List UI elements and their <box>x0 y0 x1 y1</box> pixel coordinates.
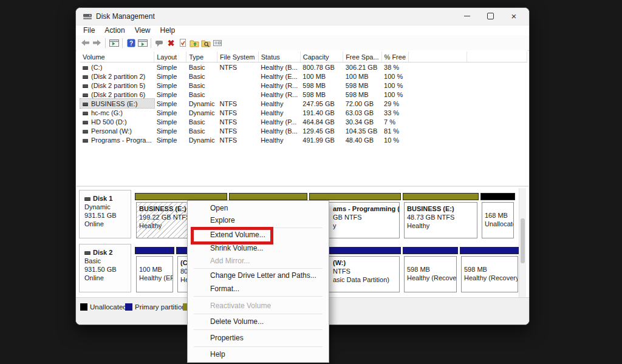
toolbar-separator <box>151 38 151 48</box>
col-freespace[interactable]: Free Spa... <box>343 52 381 62</box>
table-row-selected[interactable]: BUSINESS (E:) Simple Dynamic NTFS Health… <box>80 99 527 108</box>
table-header-row: Volume Layout Type File System Status Ca… <box>80 52 527 62</box>
menu-item-properties[interactable]: Properties <box>188 332 328 344</box>
toolbar: ? ✖ <box>76 35 529 51</box>
disk2-segment-recovery2[interactable]: 598 MB Healthy (Recovery) <box>460 244 519 294</box>
delete-x-icon[interactable]: ✖ <box>165 38 177 49</box>
disk1-label-panel[interactable]: Disk 1 Dynamic 931.51 GB Online <box>79 190 131 238</box>
toolbar-separator <box>122 38 123 48</box>
menu-separator <box>194 296 323 297</box>
volume-icon <box>83 139 88 143</box>
simple-volume-bar <box>135 193 227 200</box>
minimize-icon <box>464 16 470 16</box>
menu-item-change-drive-letter[interactable]: Change Drive Letter and Paths... <box>188 269 328 281</box>
disk1-segment-business-48[interactable]: BUSINESS (E:) 48.73 GB NTFS Healthy <box>403 190 479 240</box>
col-empty <box>409 52 467 62</box>
disk1-size: 931.51 GB <box>84 211 131 220</box>
col-status[interactable]: Status <box>258 52 300 62</box>
console-tree-icon[interactable] <box>108 38 120 49</box>
close-button[interactable]: × <box>502 8 525 24</box>
menu-separator <box>194 314 323 314</box>
simple-volume-bar <box>403 193 479 200</box>
menu-item-open[interactable]: Open <box>188 202 328 214</box>
menu-item-help[interactable]: Help <box>188 348 328 360</box>
titlebar[interactable]: Disk Management × <box>76 8 529 25</box>
legend-primary-swatch <box>125 303 132 311</box>
legend-unallocated-swatch <box>80 303 87 311</box>
annotation-red-box <box>191 227 273 244</box>
help-icon[interactable]: ? <box>125 38 137 49</box>
table-row[interactable]: (C:) Simple Basic NTFS Healthy (B... 800… <box>80 62 527 72</box>
col-layout[interactable]: Layout <box>154 52 186 62</box>
volume-icon <box>83 84 88 88</box>
menu-item-reactivate-volume: Reactivate Volume <box>188 300 328 312</box>
table-row[interactable]: HD 500 (D:) Simple Basic NTFS Healthy (P… <box>80 117 527 126</box>
menu-item-add-mirror: Add Mirror... <box>188 255 328 267</box>
desktop-background: Disk Management × File Action View Help <box>0 0 622 364</box>
table-row[interactable]: hc-mc (G:) Simple Dynamic NTFS Healthy 1… <box>80 108 527 117</box>
table-row[interactable]: Programs - Progra... Simple Dynamic NTFS… <box>80 135 527 144</box>
minimize-button[interactable] <box>456 8 479 24</box>
forward-icon[interactable] <box>91 38 103 49</box>
col-type[interactable]: Type <box>186 52 217 62</box>
disk2-type: Basic <box>84 257 131 265</box>
toolbar-separator <box>105 38 106 48</box>
disk2-status: Online <box>84 274 131 282</box>
report-icon[interactable] <box>154 38 165 49</box>
menu-item-delete-volume[interactable]: Delete Volume... <box>188 315 328 328</box>
svg-text:?: ? <box>129 39 132 46</box>
col-capacity[interactable]: Capacity <box>300 52 343 62</box>
disk-icon <box>84 197 91 201</box>
table-row[interactable]: Personal (W:) Simple Basic NTFS Healthy … <box>80 126 527 135</box>
menu-item-explore[interactable]: Explore <box>188 214 328 226</box>
volume-table: Volume Layout Type File System Status Ca… <box>80 52 527 144</box>
volume-icon <box>83 130 88 133</box>
menu-separator <box>194 346 323 347</box>
menu-item-format[interactable]: Format... <box>188 283 328 295</box>
scrollbar-thumb[interactable] <box>521 218 525 263</box>
table-row[interactable]: (Disk 2 partition 2) Simple Basic Health… <box>80 72 527 81</box>
vertical-scrollbar[interactable] <box>519 188 526 297</box>
menu-separator <box>194 329 323 330</box>
disk2-label-panel[interactable]: Disk 2 Basic 931.50 GB Online <box>79 244 131 292</box>
table-row[interactable]: (Disk 2 partition 5) Simple Basic Health… <box>80 81 527 90</box>
menu-action[interactable]: Action <box>103 26 126 35</box>
app-icon <box>83 12 92 24</box>
disk1-segment-unallocated[interactable]: 168 MB Unallocated <box>480 190 515 240</box>
disk-icon <box>84 251 91 255</box>
disk2-size: 931.50 GB <box>84 265 131 274</box>
disk2-segment-efi[interactable]: 100 MB Healthy (EF <box>135 244 174 294</box>
menu-file[interactable]: File <box>82 26 96 35</box>
col-empty <box>467 52 527 62</box>
volume-icon <box>83 66 88 70</box>
disk1-status: Online <box>84 220 131 228</box>
volume-icon <box>83 112 88 115</box>
folder-up-icon[interactable] <box>188 38 200 49</box>
properties-icon[interactable] <box>211 38 223 49</box>
context-menu: Open Explore Extend Volume... Shrink Vol… <box>187 200 329 363</box>
simple-volume-bar <box>309 193 401 200</box>
table-row[interactable]: (Disk 2 partition 6) Simple Basic Health… <box>80 90 527 99</box>
volume-icon <box>83 103 88 106</box>
maximize-button[interactable] <box>479 8 502 24</box>
col-pctfree[interactable]: % Free <box>381 52 409 62</box>
check-document-icon[interactable] <box>177 38 188 49</box>
col-volume[interactable]: Volume <box>80 52 154 62</box>
volume-icon <box>83 121 88 124</box>
menu-help[interactable]: Help <box>159 26 177 35</box>
folder-search-icon[interactable] <box>200 38 211 49</box>
menu-bar: File Action View Help <box>76 25 529 35</box>
close-icon: × <box>511 11 517 21</box>
simple-volume-bar <box>229 193 307 200</box>
menu-view[interactable]: View <box>134 26 152 35</box>
menu-separator <box>194 268 323 269</box>
back-icon[interactable] <box>80 38 91 49</box>
col-filesystem[interactable]: File System <box>217 52 258 62</box>
unallocated-bar <box>480 193 515 200</box>
disk1-type: Dynamic <box>84 203 131 211</box>
action-pane-icon[interactable] <box>137 38 148 49</box>
maximize-icon <box>487 13 494 19</box>
disk2-segment-recovery1[interactable]: 598 MB Healthy (Recover <box>403 244 458 294</box>
legend-primary-label: Primary partition <box>135 303 186 311</box>
primary-partition-bar <box>135 247 174 254</box>
